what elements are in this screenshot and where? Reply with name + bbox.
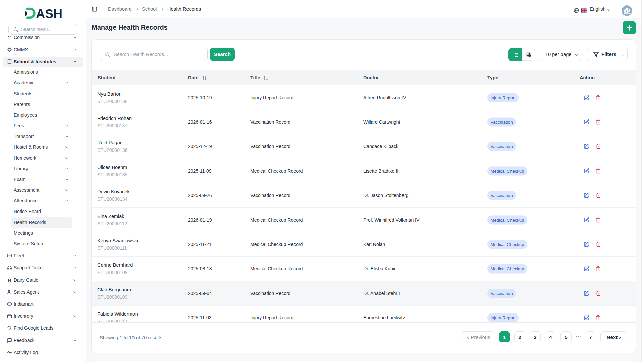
svg-text:ASH: ASH xyxy=(36,7,62,19)
